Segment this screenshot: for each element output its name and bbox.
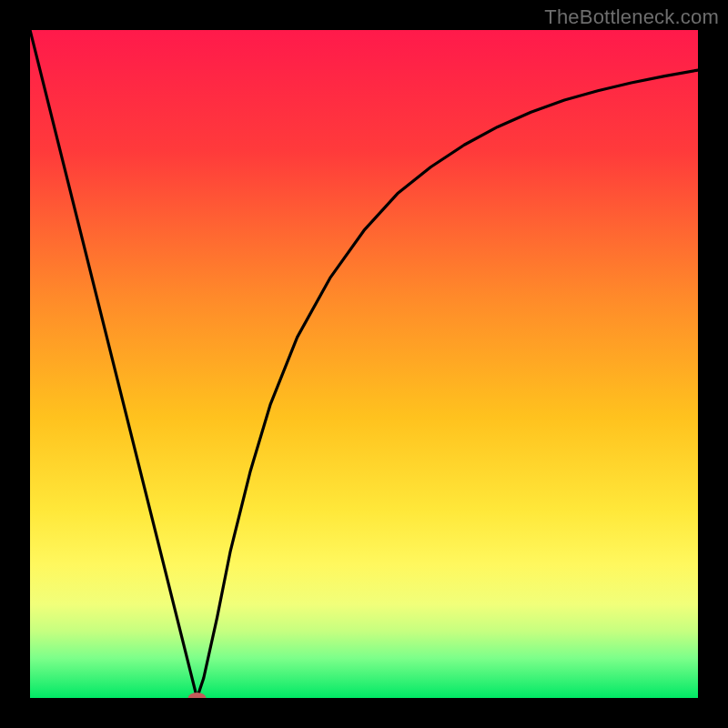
watermark-label: TheBottleneck.com [544,5,719,29]
plot-area [30,30,698,698]
gradient-background [30,30,698,698]
chart-frame: TheBottleneck.com [0,0,728,728]
gradient-curve-chart [30,30,698,698]
